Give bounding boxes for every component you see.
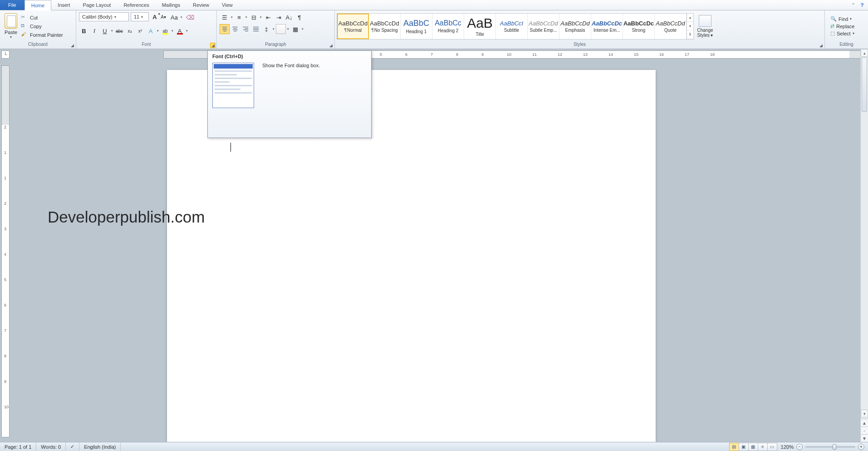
align-left-button[interactable] (220, 24, 230, 34)
font-launcher[interactable]: ◢ (210, 43, 216, 48)
chevron-down-icon[interactable]: ▾ (171, 29, 174, 33)
grow-font-button[interactable]: A▴ (151, 12, 159, 21)
font-size-combo[interactable]: 11▾ (131, 12, 149, 21)
select-button[interactable]: ⬚Select▾ (830, 30, 854, 36)
view-outline-button[interactable]: ≡ (758, 443, 768, 451)
italic-button[interactable]: I (89, 26, 99, 36)
show-hide-button[interactable]: ¶ (294, 12, 304, 22)
sort-button[interactable]: A↓ (284, 12, 294, 22)
view-fullscreen-button[interactable]: ▣ (739, 443, 749, 451)
bullets-button[interactable]: ☰ (220, 12, 230, 22)
replace-button[interactable]: ⇄Replace (830, 23, 854, 29)
chevron-down-icon: ▾ (850, 17, 852, 21)
minimize-ribbon-icon[interactable]: ⌃ (850, 2, 856, 8)
multilevel-list-button[interactable]: ⊟ (249, 12, 259, 22)
align-justify-button[interactable] (251, 24, 261, 34)
clipboard-launcher[interactable]: ◢ (69, 43, 75, 48)
vertical-ruler[interactable]: 2112345678910 (1, 65, 10, 437)
status-language[interactable]: English (India) (79, 442, 121, 451)
style-tile-title[interactable]: AaBTitle (464, 14, 496, 39)
view-print-layout-button[interactable]: ▤ (729, 443, 739, 451)
shading-button[interactable] (276, 24, 286, 34)
style-tile-emphasis[interactable]: AaBbCcDdEmphasis (559, 14, 591, 39)
next-page-button[interactable]: ▼ (861, 434, 868, 442)
style-tile-heading-2[interactable]: AaBbCcHeading 2 (432, 14, 464, 39)
tab-review[interactable]: Review (186, 0, 216, 10)
subscript-button[interactable]: x₂ (125, 26, 135, 36)
copy-button[interactable]: ⧉Copy (21, 23, 63, 30)
chevron-down-icon[interactable]: ▾ (180, 15, 183, 19)
tab-view[interactable]: View (216, 0, 239, 10)
bold-button[interactable]: B (79, 26, 89, 36)
align-center-button[interactable] (230, 24, 240, 34)
highlight-button[interactable]: ab (160, 26, 170, 36)
increase-indent-button[interactable]: ⇥ (274, 12, 284, 22)
change-styles-button[interactable]: Change Styles ▾ (694, 14, 716, 39)
underline-button[interactable]: U (100, 26, 110, 36)
tab-mailings[interactable]: Mailings (156, 0, 186, 10)
tab-references[interactable]: References (117, 0, 155, 10)
styles-scroll-up[interactable]: ▴ (687, 14, 693, 22)
chevron-down-icon[interactable]: ▾ (110, 29, 114, 33)
style-tile-no-spacing[interactable]: AaBbCcDd¶No Spacing (369, 14, 401, 39)
decrease-indent-button[interactable]: ⇤ (263, 12, 273, 22)
zoom-slider[interactable] (805, 446, 855, 448)
scroll-down-button[interactable]: ▾ (861, 410, 868, 417)
styles-scroll-down[interactable]: ▾ (687, 22, 693, 30)
borders-button[interactable]: ▦ (290, 24, 300, 34)
zoom-in-button[interactable]: + (858, 444, 864, 450)
chevron-down-icon[interactable]: ▾ (185, 29, 189, 33)
line-spacing-button[interactable]: ‡ (261, 24, 271, 34)
text-effects-button[interactable]: A (146, 26, 156, 36)
find-button[interactable]: 🔍Find▾ (830, 16, 854, 22)
styles-expand[interactable]: ⊻ (687, 30, 693, 39)
style-tile-intense-em-[interactable]: AaBbCcDcIntense Em... (591, 14, 623, 39)
paste-button[interactable]: Paste ▾ (2, 12, 20, 40)
vertical-scrollbar[interactable]: ▴ ▾ ▲ ◦ ▼ (860, 49, 868, 442)
zoom-out-button[interactable]: − (796, 444, 803, 450)
chevron-down-icon[interactable]: ▾ (272, 27, 275, 31)
format-painter-button[interactable]: 🖌Format Painter (21, 31, 63, 39)
style-tile-heading-1[interactable]: AaBbCHeading 1 (401, 14, 432, 39)
style-tile-subtle-emp-[interactable]: AaBbCcDdSubtle Emp... (528, 14, 559, 39)
status-page[interactable]: Page: 1 of 1 (0, 442, 36, 451)
zoom-value[interactable]: 120% (781, 444, 794, 450)
numbering-button[interactable]: ≡ (234, 12, 244, 22)
style-tile-quote[interactable]: AaBbCcDdQuote (655, 14, 687, 39)
chevron-down-icon[interactable]: ▾ (301, 27, 304, 31)
browse-object-button[interactable]: ◦ (861, 426, 868, 434)
chevron-down-icon[interactable]: ▾ (245, 15, 248, 19)
clear-formatting-button[interactable]: ⌫ (185, 12, 195, 22)
superscript-button[interactable]: x² (135, 26, 145, 36)
status-words[interactable]: Words: 0 (36, 442, 66, 451)
style-tile-normal[interactable]: AaBbCcDd¶Normal (337, 14, 369, 39)
scroll-thumb[interactable] (862, 57, 867, 112)
tab-home[interactable]: Home (25, 0, 51, 10)
style-tile-subtitle[interactable]: AaBbCcISubtitle (496, 14, 528, 39)
change-case-button[interactable]: Aa (169, 12, 179, 22)
font-name-combo[interactable]: Calibri (Body)▾ (79, 12, 129, 21)
scroll-up-button[interactable]: ▴ (861, 49, 868, 57)
chevron-down-icon[interactable]: ▾ (259, 15, 263, 19)
status-proofing[interactable]: ✓ (66, 442, 79, 451)
zoom-slider-thumb[interactable] (833, 444, 836, 450)
strikethrough-button[interactable]: abc (114, 26, 124, 36)
tab-file[interactable]: File (0, 0, 25, 10)
style-tile-strong[interactable]: AaBbCcDcStrong (623, 14, 655, 39)
help-icon[interactable]: ? (859, 2, 865, 8)
tab-page-layout[interactable]: Page Layout (77, 0, 118, 10)
view-web-button[interactable]: ▦ (748, 443, 758, 451)
tab-insert[interactable]: Insert (51, 0, 77, 10)
font-color-button[interactable]: A (175, 26, 185, 36)
shrink-font-button[interactable]: A▾ (159, 12, 167, 21)
paragraph-launcher[interactable]: ◢ (328, 43, 333, 48)
view-draft-button[interactable]: ▭ (767, 443, 777, 451)
chevron-down-icon[interactable]: ▾ (230, 15, 234, 19)
chevron-down-icon[interactable]: ▾ (286, 27, 290, 31)
styles-launcher[interactable]: ◢ (818, 43, 824, 48)
tab-stop-selector[interactable]: └ (1, 50, 10, 59)
chevron-down-icon[interactable]: ▾ (156, 29, 160, 33)
align-right-button[interactable] (240, 24, 250, 34)
cut-button[interactable]: ✂Cut (21, 14, 63, 21)
prev-page-button[interactable]: ▲ (861, 419, 868, 426)
